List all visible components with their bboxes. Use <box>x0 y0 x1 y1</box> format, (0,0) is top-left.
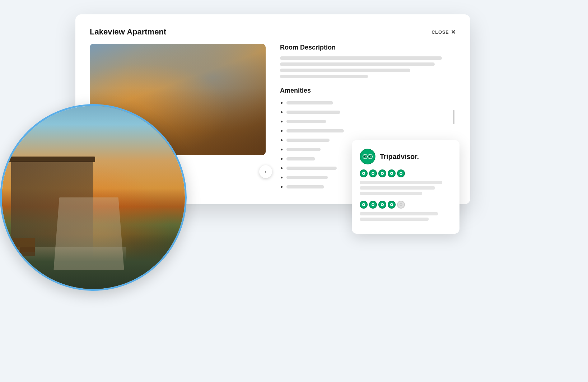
review-line <box>360 212 438 215</box>
review-text-2 <box>360 212 452 221</box>
svg-point-6 <box>369 156 371 158</box>
zoom-circle <box>0 104 187 291</box>
star-inner <box>372 172 374 175</box>
review-text-1 <box>360 181 452 195</box>
desc-line-1 <box>280 56 442 60</box>
tripadvisor-header: Tripadvisor. <box>360 149 452 164</box>
amenity-item <box>286 109 456 115</box>
desc-line-2 <box>280 62 435 66</box>
amenity-bar <box>286 111 340 114</box>
scrollbar[interactable] <box>453 110 454 124</box>
star-2 <box>369 169 377 177</box>
furniture-element <box>20 247 35 256</box>
chevron-right-icon: › <box>265 169 267 174</box>
star-3 <box>378 169 386 177</box>
close-label: CLOSE <box>431 29 449 35</box>
star-inner <box>390 172 393 175</box>
room-description-title: Room Description <box>280 44 456 51</box>
amenity-bar <box>286 120 326 123</box>
desc-line-4 <box>280 75 368 78</box>
amenity-bar <box>286 176 328 179</box>
star-4 <box>388 169 396 177</box>
room-description-text <box>280 56 456 78</box>
star-inner <box>362 203 365 206</box>
close-icon: ✕ <box>451 29 456 36</box>
amenity-bar <box>286 101 333 104</box>
svg-point-7 <box>365 156 366 157</box>
amenity-bar <box>286 148 321 151</box>
star-inner <box>362 172 365 175</box>
tripadvisor-brand-name: Tripadvisor. <box>380 153 419 161</box>
star-inner <box>390 203 393 206</box>
star-inner <box>400 172 402 175</box>
amenities-title: Amenities <box>280 87 456 94</box>
amenity-bar <box>286 157 315 160</box>
review-line <box>360 218 429 221</box>
walkway-element <box>53 197 124 270</box>
star-4 <box>388 201 396 209</box>
svg-point-5 <box>364 156 366 158</box>
amenity-bar <box>286 185 324 188</box>
building-roof <box>9 157 95 162</box>
close-button[interactable]: CLOSE ✕ <box>431 29 456 36</box>
tripadvisor-logo-icon <box>360 149 375 164</box>
amenity-item <box>286 99 456 106</box>
amenity-bar <box>286 139 330 142</box>
star-inner <box>400 203 402 206</box>
amenity-item <box>286 127 456 134</box>
tripadvisor-stars-1 <box>360 169 452 177</box>
review-line <box>360 181 442 184</box>
star-inner <box>381 172 384 175</box>
star-inner <box>381 203 384 206</box>
star-inner <box>372 203 374 206</box>
zoom-circle-image <box>2 106 185 289</box>
review-line <box>360 192 422 195</box>
tripadvisor-stars-2 <box>360 201 452 209</box>
amenity-bar <box>286 167 337 170</box>
star-1 <box>360 169 368 177</box>
amenity-bar <box>286 129 344 132</box>
star-1 <box>360 201 368 209</box>
star-2 <box>369 201 377 209</box>
tripadvisor-card: Tripadvisor. <box>352 140 459 234</box>
next-image-button[interactable]: › <box>259 165 272 178</box>
modal-header: Lakeview Apartment CLOSE ✕ <box>90 27 456 37</box>
desc-line-3 <box>280 69 410 72</box>
modal-title: Lakeview Apartment <box>90 27 166 37</box>
star-5-half <box>397 201 405 209</box>
review-line <box>360 186 435 190</box>
star-5 <box>397 169 405 177</box>
amenity-item <box>286 118 456 125</box>
star-3 <box>378 201 386 209</box>
svg-point-8 <box>370 156 371 157</box>
